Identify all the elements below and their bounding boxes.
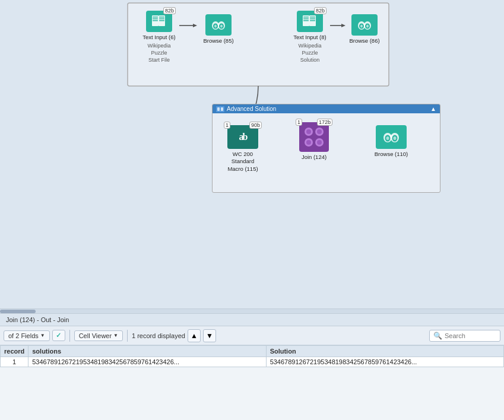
node-label-join-124: Join (124) [302, 154, 327, 161]
adv-solution-header: Advanced Solution ▲ [213, 104, 440, 113]
cell-solutions: 534678912672195348198342567859761423426.… [28, 357, 266, 367]
svg-point-51 [317, 140, 322, 145]
node-join-124[interactable]: 172b 1 Join (124) [293, 122, 335, 161]
svg-point-57 [386, 136, 389, 140]
node-label-text-input-6: Text Input (6) [142, 34, 175, 41]
svg-rect-30 [303, 20, 309, 21]
node-text-input-6[interactable]: 82b 82b Text Input (6) WikipediaPuzzleSt… [138, 11, 180, 63]
svg-marker-2 [193, 24, 197, 27]
nav-down-button[interactable]: ▼ [203, 329, 216, 342]
binoculars-icon-3 [382, 129, 401, 145]
ab-text: ab [239, 132, 247, 142]
join-pattern-icon [303, 126, 325, 148]
svg-rect-42 [217, 107, 220, 111]
svg-rect-13 [153, 17, 158, 18]
search-icon: 🔍 [433, 332, 442, 340]
node-label-text-input-8: Text Input (8) [293, 34, 326, 41]
node-icon-browse-85[interactable] [205, 14, 232, 36]
book-icon [151, 14, 167, 28]
node-icon-browse-86[interactable] [351, 14, 378, 36]
svg-rect-18 [159, 20, 164, 21]
node-label-browse-86: Browse (86) [349, 37, 379, 44]
node-wc-macro[interactable]: ab 90b 1 WC 200 StandardMacro (115) [221, 125, 264, 173]
svg-rect-15 [153, 20, 158, 21]
data-table: record solutions Solution 1 534678912672… [0, 345, 504, 367]
toolbar-row: of 2 Fields ▼ ✓ Cell Viewer ▼ 1 record d… [0, 326, 504, 345]
svg-rect-17 [159, 18, 164, 20]
fields-selector-button[interactable]: of 2 Fields ▼ [4, 330, 50, 341]
output-label: Join (124) - Out - Join [0, 314, 504, 326]
svg-point-25 [220, 25, 223, 28]
adv-solution-container: Advanced Solution ▲ ab 90b 1 WC 200 Stan… [212, 104, 440, 193]
checkmark-icon: ✓ [56, 332, 61, 339]
fields-dropdown-arrow: ▼ [40, 333, 45, 338]
svg-rect-14 [153, 18, 158, 20]
binoculars-icon-2 [356, 18, 373, 32]
fields-count-text: of 2 Fields [8, 332, 39, 339]
collapse-btn[interactable]: ▲ [430, 106, 436, 112]
adv-solution-title: Advanced Solution [227, 106, 276, 112]
cell-viewer-label: Cell Viewer [79, 332, 112, 339]
node-browse-85[interactable]: Browse (85) [197, 14, 240, 44]
workflow-canvas[interactable]: 82b 82b Text Input (6) WikipediaPuzzleSt… [0, 0, 504, 308]
cell-viewer-button[interactable]: Cell Viewer ▼ [74, 330, 123, 341]
svg-point-48 [306, 129, 311, 134]
svg-rect-31 [310, 17, 315, 18]
svg-point-40 [366, 25, 369, 28]
table-row: 1 53467891267219534819834256785976142342… [1, 357, 504, 367]
svg-rect-43 [221, 107, 223, 111]
search-input[interactable] [445, 332, 498, 339]
toolbar-divider-2 [127, 330, 128, 342]
node-icon-text-input-6[interactable]: 82b 82b [146, 11, 172, 32]
svg-point-50 [306, 140, 311, 145]
node-label-browse-110: Browse (110) [375, 151, 408, 158]
svg-rect-32 [310, 18, 315, 20]
node-text-input-8[interactable]: 82b Text Input (8) WikipediaPuzzleSoluti… [289, 11, 331, 63]
svg-point-39 [360, 25, 363, 28]
node-sublabel-text-input-8: WikipediaPuzzleSolution [298, 43, 321, 63]
toolbar-divider-1 [69, 330, 70, 342]
binoculars-icon [210, 18, 227, 32]
svg-point-58 [394, 136, 397, 140]
horizontal-scrollbar[interactable] [0, 308, 504, 313]
svg-point-49 [317, 129, 322, 134]
nav-up-button[interactable]: ▲ [188, 329, 201, 342]
svg-point-24 [214, 25, 217, 28]
node-sublabel-text-input-6: WikipediaPuzzleStart File [147, 43, 170, 63]
cell-record: 1 [1, 357, 28, 367]
node-label-wc-macro: WC 200 StandardMacro (115) [221, 151, 264, 173]
node-icon-text-input-8[interactable]: 82b [297, 11, 323, 32]
svg-rect-28 [303, 17, 309, 18]
col-header-solution: Solution [266, 346, 503, 357]
node-icon-browse-110[interactable] [376, 125, 407, 149]
svg-rect-33 [310, 20, 315, 21]
node-browse-110[interactable]: Browse (110) [370, 125, 413, 158]
fields-confirm-button[interactable]: ✓ [52, 330, 65, 341]
node-icon-join-124[interactable] [299, 122, 329, 152]
book-icon-2 [302, 14, 318, 28]
node-browse-86[interactable]: Browse (86) [343, 14, 386, 44]
cell-viewer-arrow: ▼ [113, 333, 118, 338]
col-header-record: record [1, 346, 28, 357]
svg-rect-16 [159, 17, 164, 18]
record-info-text: 1 record displayed [132, 332, 185, 339]
container-icon [216, 106, 224, 112]
node-label-browse-85: Browse (85) [203, 37, 233, 44]
search-box[interactable]: 🔍 [429, 330, 500, 342]
bottom-panel: Join (124) - Out - Join of 2 Fields ▼ ✓ … [0, 313, 504, 420]
svg-rect-29 [303, 18, 309, 20]
col-header-solutions: solutions [28, 346, 266, 357]
cell-solution: 534678912672195348198342567859761423426.… [266, 357, 503, 367]
node-icon-wc-macro[interactable]: ab 90b 1 [227, 125, 258, 149]
data-table-container[interactable]: record solutions Solution 1 534678912672… [0, 345, 504, 367]
